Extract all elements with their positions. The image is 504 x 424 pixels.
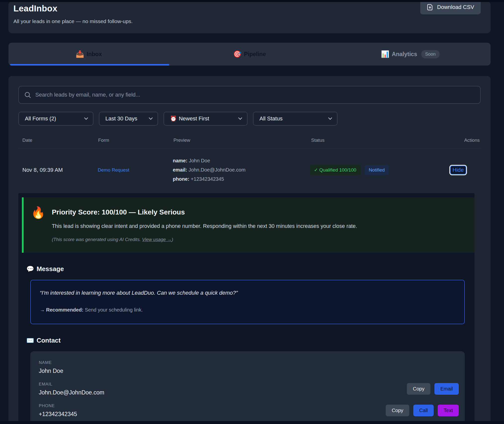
inbox-tray-icon: 📥 <box>76 51 84 58</box>
ai-credits-note: (This score was generated using AI Credi… <box>52 237 357 242</box>
download-file-icon <box>426 3 434 11</box>
preview-email-label: email: <box>173 167 187 173</box>
name-value: John Doe <box>39 368 63 374</box>
sort-order-select[interactable]: ⏰ Newest First <box>164 112 248 126</box>
target-icon: 🎯 <box>233 51 242 58</box>
email-value: John.Doe@JohnDoe.com <box>39 389 104 396</box>
priority-score-body: This lead is showing clear intent and pr… <box>52 223 357 229</box>
download-csv-button[interactable]: Download CSV <box>420 0 481 14</box>
qualified-badge: ✓ Qualified 100/100 <box>310 165 361 175</box>
priority-score-title: Priority Score: 100/100 — Likely Serious <box>52 208 357 216</box>
preview-name-label: name: <box>173 158 187 163</box>
name-label: NAME <box>39 360 63 365</box>
speech-bubble-icon: 💬 <box>26 265 34 273</box>
priority-score-callout: 🔥 Priority Score: 100/100 — Likely Serio… <box>22 197 474 253</box>
text-button[interactable]: Text <box>438 405 459 416</box>
lead-preview: name: John Doe email: John.Doe@JohnDoe.c… <box>169 156 306 184</box>
tab-inbox-label: Inbox <box>87 51 102 58</box>
lead-message-quote: “I'm interested in learning more about L… <box>40 290 454 296</box>
email-button[interactable]: Email <box>434 383 459 395</box>
bar-chart-icon: 📊 <box>381 51 389 58</box>
window-top-edge <box>0 0 504 2</box>
copy-phone-button[interactable]: Copy <box>386 405 409 416</box>
tab-pipeline-label: Pipeline <box>244 51 266 58</box>
leads-card: All Forms (2) Last 30 Days ⏰ Newest Firs… <box>8 76 491 424</box>
active-tab-underline <box>10 64 169 66</box>
phone-value: +12342342345 <box>39 411 77 418</box>
contact-row-phone: PHONE +12342342345 Copy Call Text <box>39 403 459 418</box>
tab-analytics[interactable]: 📊 Analytics Soon <box>330 43 491 66</box>
contact-section: ✉️ Contact NAME John Doe EMAIL John.Doe@… <box>26 337 465 424</box>
column-status: Status <box>307 138 452 143</box>
page-subtitle: All your leads in one place — no missed … <box>13 18 481 24</box>
soon-badge: Soon <box>421 50 440 58</box>
tab-analytics-label: Analytics <box>392 51 417 58</box>
filters-row: All Forms (2) Last 30 Days ⏰ Newest Firs… <box>18 112 481 126</box>
email-label: EMAIL <box>39 382 104 387</box>
page-title: LeadInbox <box>13 3 481 13</box>
table-row[interactable]: Nov 8, 09:39 AM Demo Request name: John … <box>18 149 481 192</box>
chevron-down-icon <box>328 116 332 120</box>
preview-email-value: John.Doe@JohnDoe.com <box>189 167 246 173</box>
download-csv-label: Download CSV <box>437 4 474 10</box>
status-filter-select[interactable]: All Status <box>253 112 337 126</box>
date-range-value: Last 30 Days <box>105 115 137 122</box>
column-preview: Preview <box>169 138 307 143</box>
form-name-link[interactable]: Demo Request <box>98 167 129 173</box>
date-range-select[interactable]: Last 30 Days <box>99 112 158 126</box>
contact-row-email: EMAIL John.Doe@JohnDoe.com Copy Email <box>39 382 459 396</box>
message-quote-box: “I'm interested in learning more about L… <box>30 280 465 324</box>
call-button[interactable]: Call <box>413 405 434 416</box>
leadinbox-page: LeadInbox All your leads in one place — … <box>8 1 491 424</box>
column-date: Date <box>18 138 94 143</box>
alarm-clock-icon: ⏰ <box>170 115 177 122</box>
column-form: Form <box>94 138 169 143</box>
message-heading: Message <box>37 265 64 273</box>
tab-bar: 📥 Inbox 🎯 Pipeline 📊 Analytics Soon <box>8 43 491 66</box>
window-bottom-edge <box>0 421 504 424</box>
chevron-down-icon <box>238 116 242 120</box>
preview-name-value: John Doe <box>189 158 210 163</box>
table-header: Date Form Preview Status Actions <box>18 138 481 149</box>
hide-button[interactable]: Hide <box>450 166 466 175</box>
header-card: LeadInbox All your leads in one place — … <box>8 1 491 33</box>
contact-heading: Contact <box>37 337 61 344</box>
view-usage-link[interactable]: View usage → <box>142 237 172 242</box>
notified-badge: Notified <box>365 165 389 175</box>
lead-detail-panel: 🔥 Priority Score: 100/100 — Likely Serio… <box>18 193 474 424</box>
chevron-down-icon <box>149 116 153 120</box>
lead-status: ✓ Qualified 100/100 Notified <box>306 165 450 175</box>
search-icon <box>24 91 31 99</box>
search-bar <box>18 86 481 104</box>
sort-order-value: Newest First <box>179 115 209 122</box>
tab-inbox[interactable]: 📥 Inbox <box>8 43 169 66</box>
recommended-action: → Recommended: Send your scheduling link… <box>40 307 454 313</box>
tab-pipeline[interactable]: 🎯 Pipeline <box>169 43 330 66</box>
phone-label: PHONE <box>39 403 77 408</box>
check-icon: ✓ <box>314 167 318 173</box>
fire-icon: 🔥 <box>31 206 45 242</box>
status-filter-value: All Status <box>259 115 283 122</box>
contact-row-name: NAME John Doe <box>39 360 459 374</box>
lead-date: Nov 8, 09:39 AM <box>18 167 94 173</box>
chevron-down-icon <box>84 116 88 120</box>
search-input[interactable] <box>18 86 481 104</box>
column-actions: Actions <box>452 138 481 143</box>
message-section: 💬 Message “I'm interested in learning mo… <box>26 265 465 324</box>
forms-filter-value: All Forms (2) <box>25 115 56 122</box>
preview-phone-value: +12342342345 <box>191 176 224 182</box>
envelope-icon: ✉️ <box>26 337 34 344</box>
contact-card: NAME John Doe EMAIL John.Doe@JohnDoe.com… <box>30 351 465 424</box>
copy-email-button[interactable]: Copy <box>407 383 430 395</box>
preview-phone-label: phone: <box>173 176 189 182</box>
forms-filter-select[interactable]: All Forms (2) <box>18 112 93 126</box>
